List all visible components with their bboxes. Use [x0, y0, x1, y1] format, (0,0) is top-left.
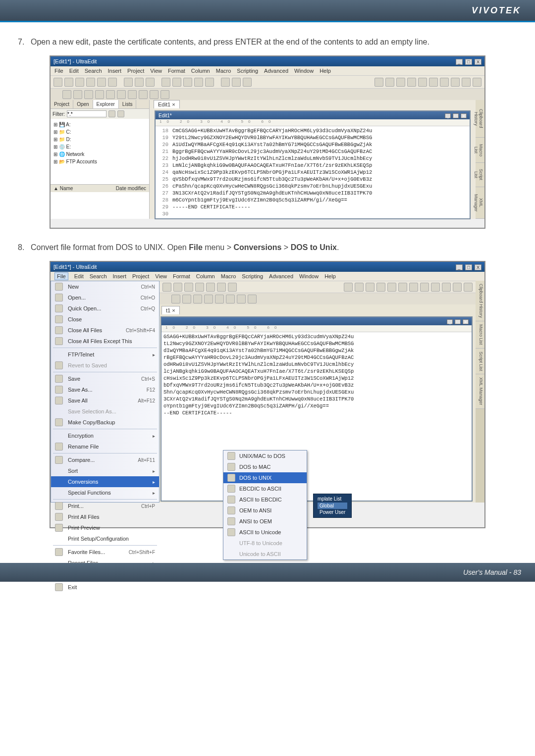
inner-min-button[interactable]: _	[445, 113, 451, 118]
submenu-unicode-to-ascii[interactable]: Unicode to ASCII	[223, 549, 307, 559]
toolbar-icon[interactable]	[420, 283, 429, 292]
toolbar-icon[interactable]	[366, 283, 374, 292]
menu-make-copy[interactable]: Make Copy/Backup	[51, 417, 159, 428]
code-area-2[interactable]: GSAGG+KUBBxUwHTAvBggrBgEFBQcCARYjaHROcHM…	[161, 332, 472, 501]
menu-help[interactable]: Help	[324, 273, 336, 279]
toolbar-icon[interactable]	[128, 90, 137, 99]
menu-print-all[interactable]: Print All Files	[51, 511, 159, 522]
toolbar-icon[interactable]	[374, 78, 383, 87]
toolbar-icon[interactable]	[135, 78, 144, 87]
submenu-dos-to-mac[interactable]: DOS to MAC	[223, 461, 307, 472]
close-button[interactable]: X	[475, 264, 482, 270]
inner-max-button[interactable]: □	[453, 113, 459, 118]
toolbar-icon[interactable]	[183, 78, 192, 87]
toolbar-icon[interactable]	[84, 90, 93, 99]
doc-tab-edit1[interactable]: t1 ×	[161, 306, 180, 314]
vtab-xml[interactable]: XML Manager	[476, 374, 484, 408]
menu-close[interactable]: Close	[51, 314, 159, 325]
doc-tab-edit1[interactable]: Edit1 ×	[154, 100, 180, 108]
maximize-button[interactable]: □	[465, 264, 472, 270]
menu-search[interactable]: Search	[85, 68, 102, 74]
menu-help[interactable]: Help	[320, 68, 331, 74]
menu-scripting[interactable]: Scripting	[237, 68, 258, 74]
menu-saveas[interactable]: Save As...F12	[51, 384, 159, 395]
explorer-tree[interactable]: ⊞ 💾 A: ⊞ 📁 C: ⊞ 📁 D: ⊞ 💿 E: ⊞ 🌐 Network …	[51, 119, 149, 184]
menu-save-selection[interactable]: Save Selection As...	[51, 406, 159, 417]
tree-item[interactable]: ⊞ 📂 FTP Accounts	[54, 158, 146, 165]
tree-item[interactable]: ⊞ 📁 D:	[54, 136, 146, 143]
submenu-ansi-to-oem[interactable]: ANSI to OEM	[223, 516, 307, 527]
toolbar-icon[interactable]	[387, 283, 396, 292]
menu-file[interactable]: File	[54, 272, 68, 280]
menu-advanced[interactable]: Advanced	[269, 273, 293, 279]
menu-print-setup[interactable]: Print Setup/Configuration	[51, 533, 159, 544]
toolbar-icon[interactable]	[376, 283, 385, 292]
toolbar-icon[interactable]	[106, 90, 115, 99]
inner-close-button[interactable]: X	[461, 113, 467, 118]
menu-format[interactable]: Format	[168, 68, 185, 74]
menu-encryption[interactable]: Encryption▸	[51, 430, 159, 441]
toolbar-icon[interactable]	[206, 283, 215, 292]
toolbar-icon[interactable]	[398, 283, 407, 292]
vtab-script[interactable]: Script List	[476, 349, 484, 375]
toolbar-icon[interactable]	[146, 78, 155, 87]
menu-print-preview[interactable]: Print Preview	[51, 522, 159, 533]
toolbar-icon[interactable]	[409, 283, 418, 292]
toolbar-icon[interactable]	[429, 78, 438, 87]
menu-rename[interactable]: Rename File	[51, 441, 159, 452]
menu-view[interactable]: View	[155, 273, 167, 279]
menu-sort[interactable]: Sort▸	[51, 465, 159, 476]
tab-project[interactable]: Project	[51, 100, 73, 108]
toolbar-icon[interactable]	[62, 90, 71, 99]
toolbar-icon[interactable]	[473, 78, 482, 87]
toolbar-icon[interactable]	[451, 78, 460, 87]
filter-input[interactable]	[67, 110, 107, 117]
toolbar-icon[interactable]	[385, 78, 394, 87]
minimize-button[interactable]: _	[456, 264, 463, 270]
toolbar-icon[interactable]	[75, 78, 84, 87]
toolbar-icon[interactable]	[431, 283, 440, 292]
toolbar-icon[interactable]	[172, 78, 181, 87]
toolbar-icon[interactable]	[243, 78, 252, 87]
toolbar-icon[interactable]	[418, 78, 427, 87]
toolbar-icon[interactable]	[355, 283, 364, 292]
menu-print[interactable]: Print...Ctrl+P	[51, 501, 159, 511]
toolbar-icon[interactable]	[204, 295, 213, 303]
menu-macro[interactable]: Macro	[216, 68, 231, 74]
toolbar-icon[interactable]	[108, 78, 117, 87]
menu-favorite[interactable]: Favorite Files...Ctrl+Shift+F	[51, 547, 159, 557]
toolbar-icon[interactable]	[237, 295, 246, 303]
tree-item[interactable]: ⊞ 💾 A:	[54, 121, 146, 128]
menu-view[interactable]: View	[150, 68, 162, 74]
menu-close-except[interactable]: Close All Files Except This	[51, 336, 159, 347]
vtab-macro[interactable]: Macro List	[476, 321, 484, 349]
toolbar-icon[interactable]	[150, 90, 159, 99]
vtab-clipboard[interactable]: Clipboard History	[476, 100, 484, 138]
toolbar-icon[interactable]	[139, 90, 148, 99]
submenu-ebcdic-to-ascii[interactable]: EBCDIC to ASCII	[223, 483, 307, 494]
toolbar-icon[interactable]	[161, 78, 170, 87]
inner-max-button[interactable]: □	[455, 319, 461, 324]
tree-item[interactable]: ⊞ 🌐 Network	[54, 151, 146, 158]
tab-explorer[interactable]: Explorer	[93, 100, 119, 108]
toolbar-icon[interactable]	[86, 78, 95, 87]
toolbar-icon[interactable]	[162, 283, 171, 292]
inner-close-button[interactable]: X	[463, 319, 469, 324]
filter-refresh-icon[interactable]	[117, 110, 124, 117]
tree-item[interactable]: ⊞ 💿 E:	[54, 143, 146, 151]
toolbar-icon[interactable]	[73, 90, 82, 99]
tab-open[interactable]: Open	[73, 100, 93, 108]
menu-save[interactable]: SaveCtrl+S	[51, 373, 159, 384]
toolbar-icon[interactable]	[440, 78, 449, 87]
col-date[interactable]: Date modifiec	[116, 186, 146, 191]
vtab-macro[interactable]: Macro List	[476, 138, 484, 163]
close-button[interactable]: X	[475, 59, 482, 65]
menu-insert[interactable]: Insert	[113, 273, 127, 279]
toolbar-icon[interactable]	[221, 78, 230, 87]
menu-project[interactable]: Project	[132, 273, 149, 279]
toolbar-icon[interactable]	[195, 283, 204, 292]
toolbar-icon[interactable]	[124, 78, 133, 87]
vtab-script[interactable]: Script List	[476, 163, 484, 187]
submenu-dos-to-unix[interactable]: DOS to UNIX	[223, 472, 307, 483]
toolbar-icon[interactable]	[95, 90, 104, 99]
